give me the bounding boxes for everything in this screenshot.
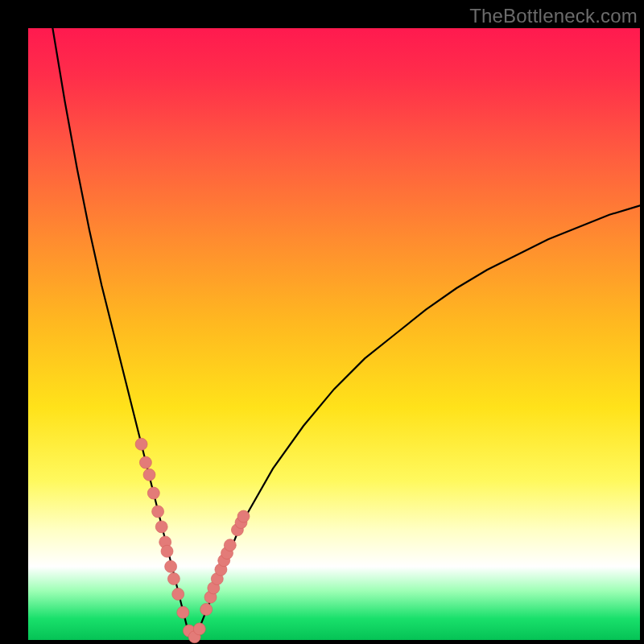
scatter-dot [165,560,177,572]
chart-svg [28,28,640,640]
scatter-dot [177,606,189,618]
scatter-dot [155,521,167,533]
scatter-dot [193,623,205,635]
scatter-group [135,438,250,642]
scatter-dot [161,545,173,557]
scatter-dot [147,487,159,499]
scatter-dot [172,588,184,601]
scatter-dot [167,573,180,585]
scatter-dot [135,438,147,450]
scatter-dot [143,469,155,481]
scatter-dot [237,510,250,522]
scatter-dot [139,456,151,469]
chart-frame: TheBottleneck.com [0,0,644,644]
scatter-dot [224,539,236,551]
plot-area [28,28,640,640]
scatter-dot [200,604,213,616]
scatter-dot [152,506,164,518]
curve-right [193,205,640,640]
watermark-text: TheBottleneck.com [469,5,638,27]
